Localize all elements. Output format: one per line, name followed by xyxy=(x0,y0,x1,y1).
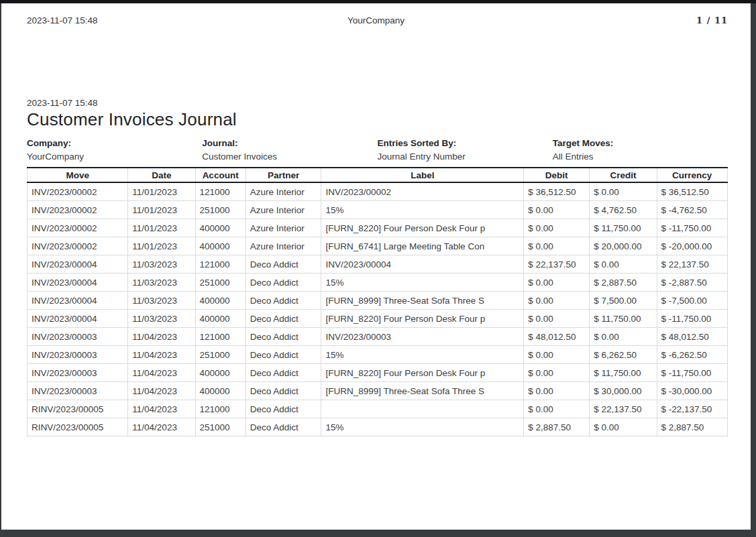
cell-move: INV/2023/00003 xyxy=(28,364,128,382)
cell-currency: $ -11,750.00 xyxy=(657,219,727,237)
cell-account: 400000 xyxy=(195,237,246,255)
cell-account: 251000 xyxy=(195,418,246,436)
cell-label: [FURN_8220] Four Person Desk Four p xyxy=(321,219,524,237)
cell-debit: $ 0.00 xyxy=(524,292,590,310)
report-meta: Company:YourCompanyJournal:Customer Invo… xyxy=(27,137,728,164)
cell-currency: $ -22,137.50 xyxy=(657,400,727,418)
journal-table-body: INV/2023/0000211/01/2023121000Azure Inte… xyxy=(28,182,728,436)
cell-credit: $ 4,762.50 xyxy=(590,201,657,219)
journal-table-head: MoveDateAccountPartnerLabelDebitCreditCu… xyxy=(28,168,728,182)
column-header-currency: Currency xyxy=(657,168,727,182)
cell-partner: Deco Addict xyxy=(246,292,321,310)
cell-debit: $ 0.00 xyxy=(524,219,590,237)
cell-move: INV/2023/00004 xyxy=(28,292,128,310)
cell-currency: $ -11,750.00 xyxy=(657,364,727,382)
cell-partner: Azure Interior xyxy=(246,237,321,255)
cell-credit: $ 11,750.00 xyxy=(590,310,657,328)
cell-partner: Deco Addict xyxy=(246,400,321,418)
cell-date: 11/01/2023 xyxy=(128,237,195,255)
cell-account: 400000 xyxy=(195,382,246,400)
cell-currency: $ -6,262.50 xyxy=(657,346,727,364)
cell-move: INV/2023/00002 xyxy=(28,182,128,201)
cell-account: 251000 xyxy=(195,346,246,364)
cell-currency: $ 36,512.50 xyxy=(657,182,727,201)
meta-value: Journal Entry Number xyxy=(378,150,553,164)
cell-credit: $ 30,000.00 xyxy=(590,382,657,400)
cell-label: [FURN_8999] Three-Seat Sofa Three S xyxy=(321,292,524,310)
cell-currency: $ 22,137.50 xyxy=(657,255,727,274)
meta-col-1: Journal:Customer Invoices xyxy=(202,137,377,164)
cell-partner: Deco Addict xyxy=(246,418,321,436)
cell-move: INV/2023/00002 xyxy=(28,237,128,255)
table-row: INV/2023/0000311/04/2023251000Deco Addic… xyxy=(28,346,728,364)
cell-currency: $ 2,887.50 xyxy=(657,418,727,436)
column-header-partner: Partner xyxy=(246,168,321,182)
cell-credit: $ 22,137.50 xyxy=(590,400,657,418)
cell-currency: $ -4,762.50 xyxy=(657,201,727,219)
cell-label: 15% xyxy=(321,274,524,292)
cell-account: 400000 xyxy=(195,310,246,328)
meta-col-0: Company:YourCompany xyxy=(27,137,202,164)
cell-currency: $ -30,000.00 xyxy=(657,382,727,400)
cell-label: 15% xyxy=(321,346,524,364)
cell-move: RINV/2023/00005 xyxy=(28,418,128,436)
cell-debit: $ 2,887.50 xyxy=(524,418,590,436)
cell-partner: Deco Addict xyxy=(246,255,321,274)
cell-partner: Deco Addict xyxy=(246,274,321,292)
column-header-label: Label xyxy=(321,168,524,182)
cell-date: 11/04/2023 xyxy=(128,400,195,418)
table-row: INV/2023/0000311/04/2023400000Deco Addic… xyxy=(28,364,728,382)
cell-credit: $ 2,887.50 xyxy=(590,274,657,292)
cell-account: 121000 xyxy=(195,182,246,201)
cell-credit: $ 0.00 xyxy=(590,418,657,436)
table-row: INV/2023/0000411/03/2023251000Deco Addic… xyxy=(28,274,728,292)
cell-currency: $ 48,012.50 xyxy=(657,328,727,346)
cell-currency: $ -7,500.00 xyxy=(657,292,727,310)
cell-date: 11/04/2023 xyxy=(128,382,195,400)
journal-table: MoveDateAccountPartnerLabelDebitCreditCu… xyxy=(27,167,728,436)
cell-credit: $ 11,750.00 xyxy=(590,364,657,382)
cell-label: INV/2023/00004 xyxy=(321,255,524,274)
report-page: 2023-11-07 15:48 YourCompany 1 / 11 2023… xyxy=(1,3,751,530)
meta-label: Target Moves: xyxy=(553,137,728,150)
cell-credit: $ 0.00 xyxy=(590,182,657,201)
cell-date: 11/03/2023 xyxy=(128,310,195,328)
cell-label xyxy=(321,400,524,418)
meta-value: YourCompany xyxy=(27,150,202,164)
cell-currency: $ -20,000.00 xyxy=(657,237,727,255)
column-header-account: Account xyxy=(195,168,246,182)
cell-date: 11/03/2023 xyxy=(128,274,195,292)
running-header: 2023-11-07 15:48 YourCompany 1 / 11 xyxy=(27,15,728,25)
column-header-credit: Credit xyxy=(590,168,657,182)
cell-move: INV/2023/00004 xyxy=(28,274,128,292)
report-datetime: 2023-11-07 15:48 xyxy=(27,98,728,108)
cell-debit: $ 0.00 xyxy=(524,364,590,382)
cell-label: 15% xyxy=(321,201,524,219)
cell-move: INV/2023/00002 xyxy=(28,219,128,237)
table-row: INV/2023/0000311/04/2023400000Deco Addic… xyxy=(28,382,728,400)
cell-debit: $ 36,512.50 xyxy=(524,182,590,201)
meta-label: Journal: xyxy=(202,137,377,150)
cell-date: 11/04/2023 xyxy=(128,346,195,364)
cell-date: 11/01/2023 xyxy=(128,219,195,237)
table-row: INV/2023/0000211/01/2023121000Azure Inte… xyxy=(28,182,728,201)
table-row: RINV/2023/0000511/04/2023251000Deco Addi… xyxy=(28,418,728,436)
cell-debit: $ 0.00 xyxy=(524,201,590,219)
cell-label: [FURN_6741] Large Meeting Table Con xyxy=(321,237,524,255)
cell-debit: $ 0.00 xyxy=(524,310,590,328)
cell-date: 11/04/2023 xyxy=(128,364,195,382)
cell-partner: Deco Addict xyxy=(246,328,321,346)
cell-currency: $ -2,887.50 xyxy=(657,274,727,292)
meta-value: Customer Invoices xyxy=(202,150,377,164)
cell-debit: $ 0.00 xyxy=(524,382,590,400)
cell-debit: $ 0.00 xyxy=(524,346,590,364)
cell-label: [FURN_8999] Three-Seat Sofa Three S xyxy=(321,382,524,400)
cell-partner: Deco Addict xyxy=(246,346,321,364)
cell-account: 121000 xyxy=(195,328,246,346)
cell-account: 400000 xyxy=(195,219,246,237)
column-header-debit: Debit xyxy=(524,168,590,182)
table-row: INV/2023/0000411/03/2023400000Deco Addic… xyxy=(28,310,728,328)
cell-debit: $ 0.00 xyxy=(524,237,590,255)
cell-partner: Deco Addict xyxy=(246,382,321,400)
cell-label: [FURN_8220] Four Person Desk Four p xyxy=(321,310,524,328)
